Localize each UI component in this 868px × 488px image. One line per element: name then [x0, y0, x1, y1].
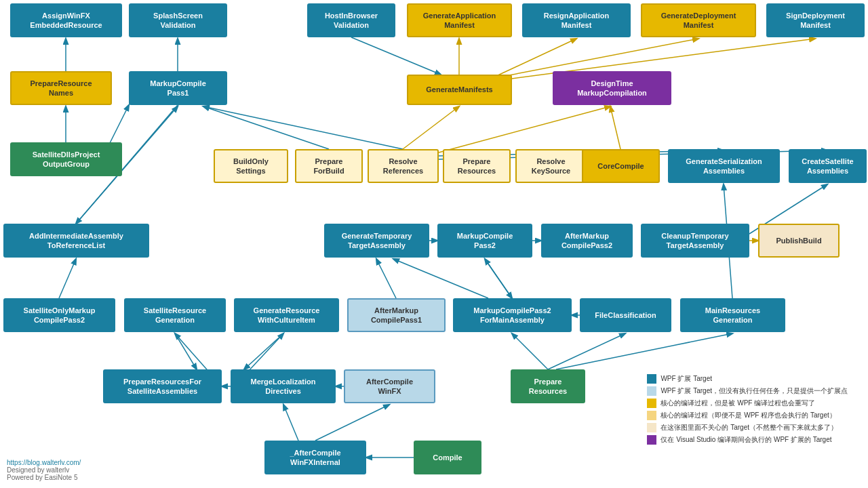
svg-line-20 — [393, 259, 488, 298]
node-resolveKey[interactable]: ResolveKeySource — [515, 149, 587, 183]
legend-color-gold — [647, 399, 656, 408]
node-afterMarkup1[interactable]: AfterMarkupCompilePass1 — [347, 298, 446, 332]
svg-line-39 — [485, 259, 512, 298]
node-prepareResourcesNode[interactable]: PrepareResources — [511, 369, 585, 403]
svg-line-9 — [403, 106, 459, 149]
legend-item-purple: 仅在 Visual Studio 编译期间会执行的 WPF 扩展的 Target — [647, 435, 848, 445]
footer-url[interactable]: https://blog.walterlv.com/ — [7, 459, 81, 466]
svg-line-36 — [244, 333, 283, 369]
footer: https://blog.walterlv.com/ Designed by w… — [7, 459, 81, 481]
node-cleanupTemp[interactable]: CleanupTemporaryTargetAssembly — [641, 224, 749, 258]
legend-label-gold-light: 核心的编译过程（即便不是 WPF 程序也会执行的 Target） — [660, 411, 835, 420]
legend-item-gold-light: 核心的编译过程（即便不是 WPF 程序也会执行的 Target） — [647, 411, 848, 420]
node-prepareForBuild[interactable]: PrepareForBuild — [295, 149, 363, 183]
footer-designer: Designed by walterlv — [7, 466, 69, 474]
node-addIntermediate[interactable]: AddIntermediateAssemblyToReferenceList — [3, 224, 149, 258]
node-hostInBrowser[interactable]: HostInBrowserValidation — [307, 3, 395, 37]
node-mainResources[interactable]: MainResourcesGeneration — [680, 298, 785, 332]
diagram-container: AssignWinFXEmbeddedResourceSplashScreenV… — [0, 0, 868, 488]
node-generateDeploy[interactable]: GenerateDeploymentManifest — [641, 3, 756, 37]
node-satelliteOnly[interactable]: SatelliteOnlyMarkupCompilePass2 — [3, 298, 115, 332]
node-resolveRefs[interactable]: ResolveReferences — [368, 149, 439, 183]
node-buildOnly[interactable]: BuildOnlySettings — [214, 149, 288, 183]
node-markupCompilePass2Main[interactable]: MarkupCompilePass2ForMainAssembly — [453, 298, 572, 332]
node-markupCompile2[interactable]: MarkupCompilePass2 — [437, 224, 532, 258]
svg-line-30 — [512, 333, 548, 369]
legend-color-gold-light — [647, 411, 656, 420]
svg-line-14 — [610, 106, 620, 149]
node-publishBuild[interactable]: PublishBuild — [758, 224, 840, 258]
node-generateSerialization[interactable]: GenerateSerializationAssemblies — [668, 149, 780, 183]
svg-line-35 — [175, 333, 197, 369]
node-afterCompileWinFXInternal[interactable]: _AfterCompileWinFXInternal — [264, 441, 366, 474]
node-prepareResourcesSatellite[interactable]: PrepareResourcesForSatelliteAssemblies — [103, 369, 222, 403]
legend-color-purple — [647, 435, 656, 445]
node-generateTemp[interactable]: GenerateTemporaryTargetAssembly — [324, 224, 429, 258]
legend: WPF 扩展 Target WPF 扩展 Target，但没有执行任何任务，只是… — [647, 374, 848, 447]
node-createSatellite[interactable]: CreateSatelliteAssemblies — [789, 149, 867, 183]
node-compile[interactable]: Compile — [414, 441, 481, 474]
legend-label-light-blue: WPF 扩展 Target，但没有执行任何任务，只是提供一个扩展点 — [660, 386, 848, 396]
node-afterMarkup2[interactable]: AfterMarkupCompilePass2 — [541, 224, 633, 258]
node-signDeploy[interactable]: SignDeploymentManifest — [766, 3, 865, 37]
legend-item-light-blue: WPF 扩展 Target，但没有执行任何任务，只是提供一个扩展点 — [647, 386, 848, 396]
legend-color-peach — [647, 423, 656, 432]
svg-line-10 — [439, 106, 610, 152]
node-generateApp[interactable]: GenerateApplicationManifest — [407, 3, 512, 37]
legend-label-purple: 仅在 Visual Studio 编译期间会执行的 WPF 扩展的 Target — [660, 435, 831, 445]
svg-line-28 — [548, 333, 625, 369]
node-generateResourceCulture[interactable]: GenerateResourceWithCultureItem — [234, 298, 339, 332]
legend-label-teal: WPF 扩展 Target — [660, 374, 712, 384]
legend-item-teal: WPF 扩展 Target — [647, 374, 848, 384]
svg-line-29 — [556, 333, 732, 369]
node-afterCompileWinFX[interactable]: AfterCompileWinFX — [344, 369, 435, 403]
legend-label-peach: 在这张图里面不关心的 Target（不然整个画下来就太多了） — [660, 423, 837, 432]
node-markupCompile1[interactable]: MarkupCompilePass1 — [129, 71, 227, 105]
node-prepareResource[interactable]: PrepareResourceNames — [10, 71, 112, 105]
legend-item-peach: 在这张图里面不关心的 Target（不然整个画下来就太多了） — [647, 423, 848, 432]
node-fileClass[interactable]: FileClassification — [580, 298, 671, 332]
legend-color-teal — [647, 374, 656, 384]
svg-line-8 — [203, 106, 403, 149]
node-assignWinFX[interactable]: AssignWinFXEmbeddedResource — [10, 3, 122, 37]
svg-line-21 — [376, 259, 396, 298]
legend-item-gold: 核心的编译过程，但是被 WPF 编译过程也会重写了 — [647, 399, 848, 408]
node-designTime[interactable]: DesignTimeMarkupCompilation — [553, 71, 671, 105]
legend-label-gold: 核心的编译过程，但是被 WPF 编译过程也会重写了 — [660, 399, 815, 408]
legend-color-light-blue — [647, 386, 656, 396]
svg-line-19 — [485, 259, 512, 298]
svg-line-34 — [59, 259, 76, 298]
node-coreCompile[interactable]: CoreCompile — [582, 149, 660, 183]
node-prepareResources2[interactable]: PrepareResources — [443, 149, 511, 183]
node-mergeLocalization[interactable]: MergeLocalizationDirectives — [231, 369, 336, 403]
svg-line-32 — [315, 405, 389, 441]
svg-line-37 — [351, 37, 441, 75]
node-splashScreen[interactable]: SplashScreenValidation — [129, 3, 227, 37]
node-resignApp[interactable]: ResignApplicationManifest — [522, 3, 631, 37]
svg-line-33 — [283, 405, 298, 441]
node-satelliteResource[interactable]: SatelliteResourceGeneration — [124, 298, 226, 332]
svg-line-13 — [203, 106, 329, 149]
footer-powered: Powered by EasiNote 5 — [7, 474, 78, 481]
node-satelliteDlls[interactable]: SatelliteDllsProjectOutputGroup — [10, 142, 122, 176]
node-generateManifests[interactable]: GenerateManifests — [407, 75, 512, 105]
